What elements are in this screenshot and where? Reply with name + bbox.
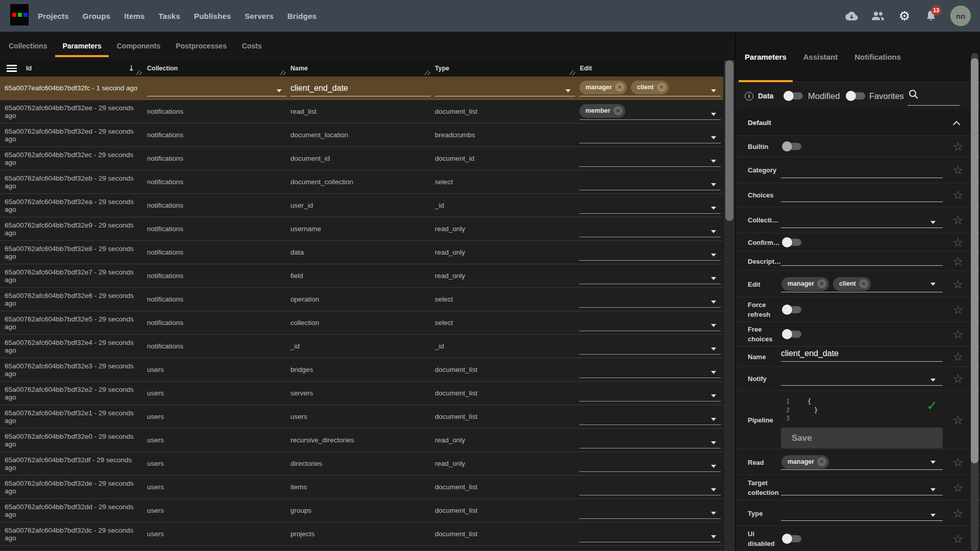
chevron-down-icon[interactable] [711, 207, 716, 210]
field-control[interactable] [781, 136, 943, 157]
favorite-star-icon[interactable]: ☆ [952, 213, 963, 227]
table-row[interactable]: 65a00762afc604bb7bdf32df - 29 seconds ag… [0, 452, 723, 475]
field-control[interactable] [781, 233, 943, 251]
chevron-down-icon[interactable] [277, 89, 282, 92]
panel-scrollbar-track[interactable] [971, 53, 978, 551]
table-row[interactable]: 65a00762afc604bb7bdf32ee - 29 seconds ag… [0, 100, 723, 123]
cloud-download-icon[interactable] [844, 9, 859, 23]
column-resize-handle[interactable] [569, 70, 576, 76]
edit-cell[interactable] [579, 194, 721, 217]
column-header-name[interactable]: Name [290, 60, 308, 77]
field-control[interactable]: client_end_date [781, 346, 943, 366]
edit-cell[interactable] [579, 123, 721, 146]
tab-postprocesses[interactable]: Postprocesses [176, 32, 227, 60]
chevron-down-icon[interactable] [711, 300, 716, 304]
chevron-down-icon[interactable] [711, 324, 716, 327]
app-logo[interactable] [10, 4, 29, 26]
field-control[interactable] [781, 207, 943, 233]
remove-tag-icon[interactable]: × [615, 83, 624, 92]
favorite-star-icon[interactable]: ☆ [952, 163, 963, 177]
edit-cell[interactable] [579, 522, 721, 545]
field-control[interactable] [781, 475, 943, 500]
remove-tag-icon[interactable]: × [614, 106, 623, 115]
favorite-star-icon[interactable]: ☆ [952, 532, 963, 545]
favorite-star-icon[interactable]: ☆ [952, 188, 963, 202]
chevron-down-icon[interactable] [930, 283, 936, 286]
avatar[interactable]: nn [950, 6, 971, 26]
menu-icon[interactable] [7, 65, 17, 72]
chevron-down-icon[interactable] [711, 136, 716, 139]
column-header-collection[interactable]: Collection [147, 60, 178, 77]
edit-cell[interactable] [579, 405, 721, 428]
favorite-star-icon[interactable]: ☆ [952, 507, 963, 520]
panel-scrollbar-thumb[interactable] [971, 58, 978, 463]
edit-cell[interactable] [579, 382, 721, 405]
column-resize-handle[interactable] [136, 70, 143, 76]
table-row[interactable]: 65a00762afc604bb7bdf32e1 - 29 seconds ag… [0, 405, 723, 429]
column-header-type[interactable]: Type [435, 60, 449, 77]
chevron-down-icon[interactable] [930, 488, 936, 491]
chevron-down-icon[interactable] [711, 183, 716, 186]
nav-item-publishes[interactable]: Publishes [194, 12, 231, 20]
favorite-star-icon[interactable]: ☆ [952, 372, 963, 385]
table-row[interactable]: 65a00762afc604bb7bdf32de - 29 seconds ag… [0, 475, 723, 499]
builtin-toggle[interactable] [783, 143, 801, 150]
modified-toggle[interactable] [785, 92, 803, 99]
chevron-down-icon[interactable] [711, 465, 716, 468]
field-control[interactable] [781, 500, 943, 525]
edit-cell[interactable] [579, 499, 721, 522]
chevron-down-icon[interactable] [711, 418, 716, 421]
tag-chip[interactable]: client× [833, 277, 871, 291]
table-row[interactable]: 65a00762afc604bb7bdf32e2 - 29 seconds ag… [0, 382, 723, 405]
chevron-down-icon[interactable] [711, 230, 716, 233]
chevron-down-icon[interactable] [711, 371, 716, 374]
remove-tag-icon[interactable]: × [817, 457, 826, 466]
edit-cell[interactable] [579, 288, 721, 311]
table-row[interactable]: 65a00762afc604bb7bdf32ec - 29 seconds ag… [0, 147, 723, 170]
nav-item-groups[interactable]: Groups [83, 12, 111, 20]
panel-tab-notifications[interactable]: Notifications [854, 32, 901, 82]
collection-cell[interactable] [147, 77, 286, 99]
favorite-star-icon[interactable]: ☆ [952, 255, 963, 268]
table-row[interactable]: 65a00762afc604bb7bdf32e4 - 29 seconds ag… [0, 335, 723, 358]
tag-chip[interactable]: manager× [579, 81, 627, 94]
table-row[interactable]: 65a00762afc604bb7bdf32eb - 29 seconds ag… [0, 170, 723, 194]
confirm…-toggle[interactable] [783, 239, 801, 246]
tab-costs[interactable]: Costs [242, 32, 262, 60]
field-control[interactable] [781, 252, 943, 270]
chevron-down-icon[interactable] [711, 113, 716, 116]
tab-components[interactable]: Components [117, 32, 161, 60]
field-control[interactable] [781, 526, 943, 551]
column-header-edit[interactable]: Edit [580, 60, 592, 77]
favorite-star-icon[interactable]: ☆ [952, 481, 963, 494]
field-control[interactable] [781, 157, 943, 183]
chevron-down-icon[interactable] [930, 514, 936, 517]
nav-item-servers[interactable]: Servers [245, 12, 274, 20]
edit-cell[interactable]: manager×client× [579, 77, 721, 99]
table-row[interactable]: 65a00762afc604bb7bdf32e9 - 29 seconds ag… [0, 217, 723, 241]
chevron-down-icon[interactable] [930, 461, 936, 464]
search-input[interactable] [908, 87, 960, 106]
tag-chip[interactable]: member× [579, 104, 625, 118]
chevron-down-icon[interactable] [930, 379, 936, 382]
field-control[interactable] [781, 297, 943, 321]
type-cell[interactable] [435, 77, 575, 99]
panel-tab-assistant[interactable]: Assistant [803, 32, 838, 82]
field-control[interactable]: manager×client× [781, 271, 943, 297]
edit-cell[interactable] [579, 241, 721, 264]
gear-icon[interactable]: ⚙ [897, 9, 912, 23]
table-row[interactable]: 65a00762afc604bb7bdf32ed - 29 seconds ag… [0, 123, 723, 147]
section-header-default[interactable]: Default [736, 110, 980, 135]
save-button[interactable]: Save [781, 428, 943, 448]
free choices-toggle[interactable] [783, 331, 801, 338]
favorite-star-icon[interactable]: ☆ [952, 328, 963, 341]
edit-cell[interactable]: member× [579, 100, 721, 123]
table-scrollbar-thumb[interactable] [725, 60, 733, 221]
favorite-star-icon[interactable]: ☆ [952, 413, 963, 427]
tab-collections[interactable]: Collections [9, 32, 47, 60]
chevron-down-icon[interactable] [711, 488, 716, 491]
field-control[interactable] [781, 322, 943, 346]
table-row[interactable]: 65a00762afc604bb7bdf32e0 - 29 seconds ag… [0, 429, 723, 452]
name-cell[interactable]: client_end_date [290, 77, 431, 99]
tag-chip[interactable]: manager× [781, 277, 829, 291]
